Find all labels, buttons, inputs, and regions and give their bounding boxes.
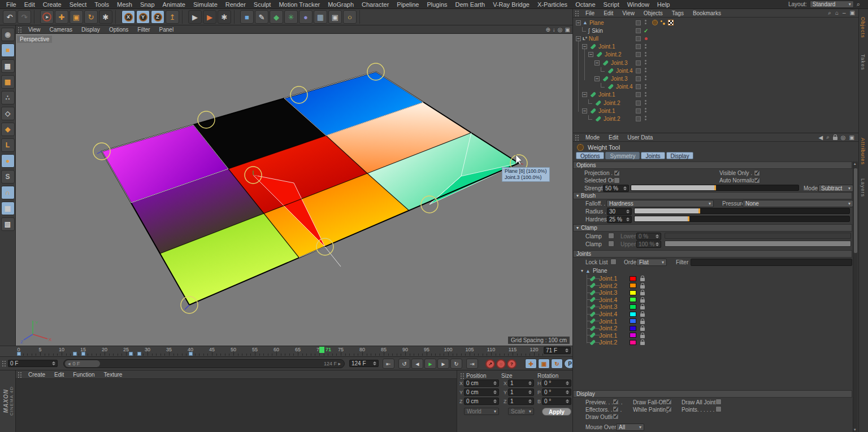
locked-workplane-button[interactable]: ▦ xyxy=(1,202,15,215)
object-row-joint-2[interactable]: Joint.2 xyxy=(573,99,859,107)
visibility-dots[interactable] xyxy=(645,76,646,81)
object-row-joint-3[interactable]: −Joint.3 xyxy=(573,59,859,67)
grip-icon[interactable] xyxy=(18,27,22,33)
render-view-button[interactable]: ▶ xyxy=(188,10,202,24)
spinner-icon[interactable] xyxy=(566,379,569,387)
grip-icon[interactable] xyxy=(460,373,465,379)
lock-icon[interactable] xyxy=(640,342,645,345)
tweak-mode-button[interactable]: ● xyxy=(1,154,15,168)
previous-frame-button[interactable]: ◄ xyxy=(411,359,423,369)
enable-snap-button[interactable]: ∩ xyxy=(1,186,15,199)
joint-list-row[interactable]: Joint.1 xyxy=(573,275,850,282)
move-tool-button[interactable]: ✚ xyxy=(55,10,68,24)
menu-render[interactable]: Render xyxy=(222,1,250,8)
auto-normalize-checkbox[interactable] xyxy=(754,177,760,184)
lock-icon[interactable] xyxy=(640,335,645,338)
menu-file[interactable]: File xyxy=(2,1,20,8)
spinner-icon[interactable] xyxy=(626,208,630,215)
section-header-display[interactable]: Display xyxy=(573,390,852,398)
menu-sculpt[interactable]: Sculpt xyxy=(250,1,275,8)
keyframe-marker[interactable] xyxy=(189,352,193,356)
viewport-menu-filter[interactable]: Filter xyxy=(133,27,154,33)
make-editable-button[interactable]: ◉ xyxy=(1,28,15,41)
visibility-dots[interactable] xyxy=(645,20,646,25)
tab-symmetry[interactable]: Symmetry xyxy=(605,152,640,159)
menu-animate[interactable]: Animate xyxy=(159,1,189,8)
lock-icon[interactable] xyxy=(640,278,645,281)
grip-icon[interactable] xyxy=(575,10,579,16)
layer-square[interactable] xyxy=(636,116,641,121)
power-slider-handle[interactable]: ◂0 F xyxy=(65,360,100,367)
spinner-icon[interactable] xyxy=(528,398,532,405)
lock-icon[interactable] xyxy=(640,292,645,295)
play-button[interactable]: ► xyxy=(424,359,436,369)
slider-handle[interactable] xyxy=(714,185,716,190)
grip-icon[interactable] xyxy=(2,360,6,366)
enable-check-icon[interactable]: ✓ xyxy=(644,28,648,34)
section-header-clamp[interactable]: ▾Clamp xyxy=(573,224,852,232)
joints-root-row[interactable]: ▾▲Plane xyxy=(581,268,607,274)
joint-color-swatch[interactable] xyxy=(630,312,636,317)
current-frame-marker[interactable] xyxy=(319,347,324,353)
tab-options[interactable]: Options xyxy=(576,152,604,159)
home-icon[interactable]: ⌂ xyxy=(835,10,839,16)
menu-motion-tracker[interactable]: Motion Tracker xyxy=(275,1,324,8)
add-volume-button[interactable]: ● xyxy=(299,10,313,24)
selection-tag-icon[interactable] xyxy=(668,20,674,25)
play-loop-button[interactable]: ↻ xyxy=(450,359,462,369)
material-menu-create[interactable]: Create xyxy=(24,372,50,378)
visibility-dots[interactable] xyxy=(645,44,646,50)
edges-mode-button[interactable]: ◇ xyxy=(1,107,15,120)
expander-icon[interactable]: − xyxy=(582,92,587,97)
planar-workplane-button[interactable]: ▧ xyxy=(1,217,15,231)
mouse-over-dropdown[interactable]: All▾ xyxy=(616,424,644,431)
object-row-joint-1[interactable]: −Joint.1 xyxy=(573,91,859,99)
key-rotation-button[interactable]: ↻ xyxy=(551,359,563,369)
record-keyframe-button[interactable]: ↗ xyxy=(485,359,495,369)
visible-only--checkbox[interactable] xyxy=(754,170,760,176)
tab-display[interactable]: Display xyxy=(666,152,694,159)
grip-icon[interactable] xyxy=(18,372,22,378)
am-scroll-thumb[interactable] xyxy=(854,168,857,253)
rotate-view-icon[interactable]: ◎ xyxy=(558,27,563,33)
search-icon[interactable]: ⌕ xyxy=(828,10,831,16)
bookmark-icon[interactable]: ◎ xyxy=(841,134,846,141)
draw-all-joints-checkbox[interactable] xyxy=(715,399,722,405)
menu-character[interactable]: Character xyxy=(358,1,393,8)
disable-dot-icon[interactable] xyxy=(645,37,648,40)
spinner-icon[interactable] xyxy=(623,185,627,192)
add-deformer-button[interactable]: ✳ xyxy=(284,10,298,24)
am-menu-user-data[interactable]: User Data xyxy=(623,134,657,141)
scale-tool-button[interactable]: ▣ xyxy=(70,10,83,24)
clamp-lower-slider[interactable] xyxy=(665,233,851,239)
material-menu-edit[interactable]: Edit xyxy=(50,372,68,378)
menu-create[interactable]: Create xyxy=(39,1,66,8)
menu-v-ray-bridge[interactable]: V-Ray Bridge xyxy=(489,1,533,8)
spinner-icon[interactable] xyxy=(528,379,532,387)
selected-only-checkbox[interactable] xyxy=(614,177,620,184)
joint-list-row[interactable]: Joint.2 xyxy=(573,325,850,331)
clamp-lower-checkbox[interactable] xyxy=(608,233,614,239)
joint-list-row[interactable]: Joint.2 xyxy=(573,282,850,289)
object-row-joint-2[interactable]: −Joint.2 xyxy=(573,51,859,59)
joint-color-swatch[interactable] xyxy=(630,318,636,324)
spinner-icon[interactable] xyxy=(656,233,659,240)
menu-dem-earth[interactable]: Dem Earth xyxy=(452,1,489,8)
side-tab-objects[interactable]: Objects xyxy=(860,17,866,38)
menu-mesh[interactable]: Mesh xyxy=(113,1,136,8)
scroll-up-icon[interactable]: ▴ xyxy=(854,162,856,166)
size-y-field[interactable]: 1 xyxy=(508,389,534,396)
order-dropdown[interactable]: Flat▾ xyxy=(636,259,667,266)
position-x-field[interactable]: 0 cm xyxy=(464,379,499,387)
workplane-mode-button[interactable]: ▦ xyxy=(1,75,15,89)
object-row-plane[interactable]: −▲Plane xyxy=(573,19,859,27)
om-menu-bookmarks[interactable]: Bookmarks xyxy=(688,10,726,16)
om-menu-file[interactable]: File xyxy=(581,10,599,16)
hardness-slider[interactable] xyxy=(634,216,850,222)
strength-slider[interactable] xyxy=(631,185,799,191)
render-picture-viewer-button[interactable]: ▶ xyxy=(203,10,216,24)
scroll-down-icon[interactable]: ▾ xyxy=(854,427,856,432)
lock-icon[interactable] xyxy=(833,137,837,140)
layer-square[interactable] xyxy=(636,101,641,106)
preview--checkbox[interactable] xyxy=(613,399,619,405)
